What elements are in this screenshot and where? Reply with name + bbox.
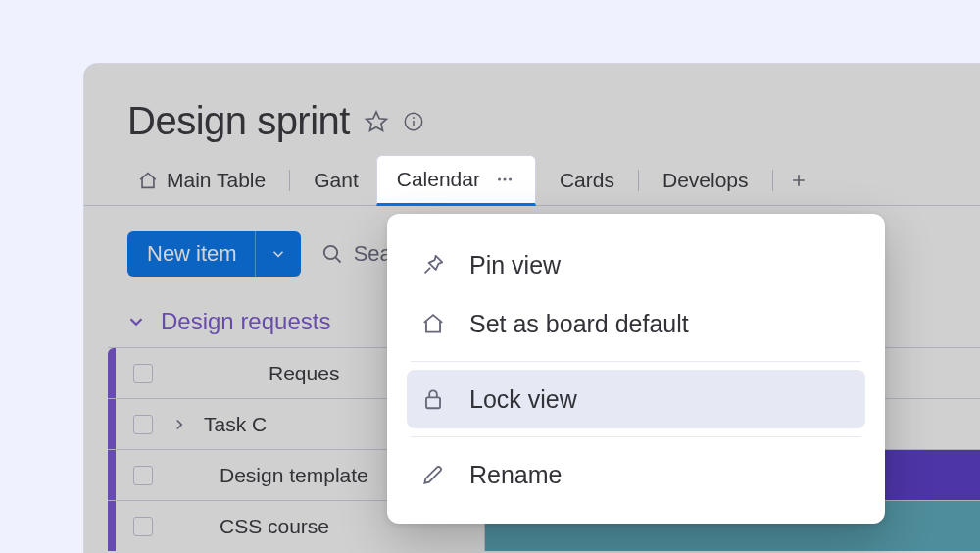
view-context-menu: Pin view Set as board default Lock view …	[387, 214, 885, 524]
menu-item-label: Rename	[469, 461, 563, 489]
checkbox[interactable]	[133, 364, 153, 383]
svg-point-3	[413, 117, 415, 119]
tab-develops[interactable]: Develops	[645, 155, 766, 206]
column-header-label: Reques	[269, 362, 339, 385]
checkbox[interactable]	[133, 466, 153, 485]
lock-icon	[420, 386, 448, 412]
tab-main-table[interactable]: Main Table	[120, 155, 283, 206]
menu-item-label: Pin view	[469, 251, 561, 279]
pin-icon	[420, 252, 448, 277]
tab-label: Cards	[560, 169, 614, 192]
svg-point-9	[323, 246, 336, 259]
group-color-accent	[108, 348, 116, 398]
home-icon	[420, 311, 448, 336]
item-name: CSS course	[220, 515, 329, 538]
tab-label: Main Table	[167, 169, 266, 192]
chevron-down-icon	[125, 311, 147, 332]
svg-point-4	[498, 177, 501, 180]
tab-cards[interactable]: Cards	[542, 155, 632, 206]
tab-more-icon[interactable]	[494, 169, 515, 190]
tab-label: Calendar	[397, 168, 480, 191]
svg-rect-14	[426, 397, 440, 408]
menu-separator	[411, 361, 861, 362]
search-icon	[320, 242, 344, 266]
item-name: Task C	[204, 413, 267, 436]
tab-label: Develops	[662, 169, 749, 192]
svg-point-6	[509, 177, 512, 180]
add-view-button[interactable]	[779, 155, 818, 206]
select-all-cell[interactable]	[116, 364, 171, 383]
new-item-caret[interactable]	[255, 231, 301, 276]
svg-line-10	[335, 257, 340, 262]
menu-item-lock-view[interactable]: Lock view	[407, 370, 865, 428]
item-name: Design template	[220, 464, 368, 487]
tab-label: Gant	[314, 169, 359, 192]
svg-line-13	[425, 268, 431, 274]
menu-separator	[411, 436, 861, 437]
group-color-accent	[108, 501, 116, 551]
menu-item-label: Lock view	[469, 385, 577, 414]
menu-item-label: Set as board default	[469, 310, 689, 338]
menu-item-rename[interactable]: Rename	[407, 445, 865, 504]
menu-item-pin-view[interactable]: Pin view	[407, 235, 865, 294]
group-color-accent	[108, 450, 116, 500]
tab-calendar[interactable]: Calendar	[376, 155, 536, 206]
info-icon[interactable]	[403, 111, 424, 132]
group-title: Design requests	[161, 308, 330, 335]
tab-separator	[638, 170, 639, 191]
view-tabs: Main Table Gant Calendar Cards Develops	[84, 155, 980, 206]
expand-subitems-icon[interactable]	[171, 416, 200, 433]
svg-marker-0	[367, 112, 387, 130]
board-header: Design sprint	[84, 64, 980, 155]
tab-separator	[289, 170, 290, 191]
new-item-button[interactable]: New item	[127, 231, 301, 276]
checkbox[interactable]	[133, 415, 153, 434]
checkbox[interactable]	[133, 517, 153, 536]
favorite-star-icon[interactable]	[364, 109, 389, 134]
tab-separator	[772, 170, 773, 191]
tab-gant[interactable]: Gant	[296, 155, 376, 206]
svg-point-5	[503, 177, 506, 180]
home-icon	[137, 170, 159, 191]
pencil-icon	[420, 462, 448, 487]
board-title: Design sprint	[127, 99, 350, 143]
menu-item-set-default[interactable]: Set as board default	[407, 294, 865, 353]
new-item-label: New item	[127, 231, 255, 276]
group-color-accent	[108, 399, 116, 449]
